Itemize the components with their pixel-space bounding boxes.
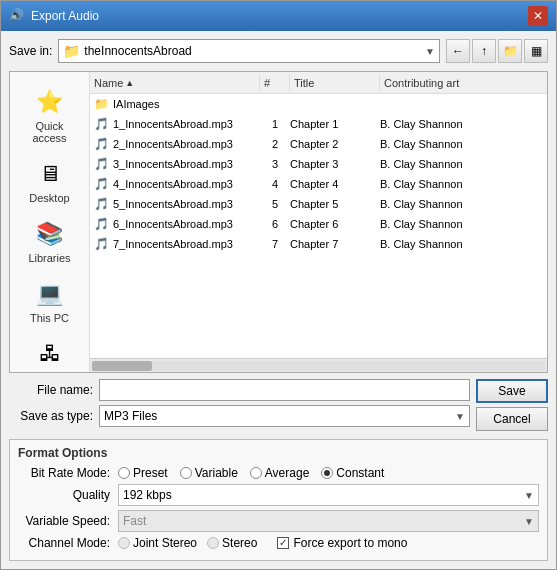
- channel-radio-group: Joint Stereo Stereo Force export to mono: [118, 536, 407, 550]
- radio-variable[interactable]: Variable: [180, 466, 238, 480]
- column-header-title[interactable]: Title: [290, 74, 380, 91]
- file-title: Chapter 5: [290, 198, 380, 210]
- back-button[interactable]: ←: [446, 39, 470, 63]
- radio-average[interactable]: Average: [250, 466, 309, 480]
- force-mono-checkbox[interactable]: [277, 537, 289, 549]
- save-in-combo[interactable]: 📁 theInnocentsAbroad ▼: [58, 39, 440, 63]
- window-icon: 🔊: [9, 8, 25, 24]
- variable-speed-label: Variable Speed:: [18, 514, 118, 528]
- file-num: 3: [260, 158, 290, 170]
- radio-average-label: Average: [265, 466, 309, 480]
- radio-stereo-label: Stereo: [222, 536, 257, 550]
- close-button[interactable]: ✕: [528, 6, 548, 26]
- desktop-label: Desktop: [29, 192, 69, 204]
- bit-rate-row: Bit Rate Mode: Preset Variable Average: [18, 466, 539, 480]
- view-button[interactable]: ▦: [524, 39, 548, 63]
- horizontal-scrollbar[interactable]: [90, 358, 547, 372]
- bit-rate-label: Bit Rate Mode:: [18, 466, 118, 480]
- new-folder-button[interactable]: 📁: [498, 39, 522, 63]
- channel-mode-label: Channel Mode:: [18, 536, 118, 550]
- chevron-down-icon: ▼: [455, 411, 465, 422]
- sidebar-item-this-pc[interactable]: 💻 This PC: [14, 272, 86, 330]
- radio-variable-label: Variable: [195, 466, 238, 480]
- variable-speed-row: Variable Speed: Fast ▼: [18, 510, 539, 532]
- file-num: 7: [260, 238, 290, 250]
- up-button[interactable]: ↑: [472, 39, 496, 63]
- file-table-header: Name ▲ # Title Contributing art: [90, 72, 547, 94]
- action-buttons: Save Cancel: [476, 379, 548, 431]
- file-name: 3_InnocentsAbroad.mp3: [113, 158, 233, 170]
- list-item[interactable]: 🎵 7_InnocentsAbroad.mp3 7 Chapter 7 B. C…: [90, 234, 547, 254]
- list-item[interactable]: 📁 IAImages: [90, 94, 547, 114]
- radio-preset-label: Preset: [133, 466, 168, 480]
- mp3-icon: 🎵: [94, 217, 109, 231]
- list-item[interactable]: 🎵 1_InnocentsAbroad.mp3 1 Chapter 1 B. C…: [90, 114, 547, 134]
- file-name: 6_InnocentsAbroad.mp3: [113, 218, 233, 230]
- mp3-icon: 🎵: [94, 137, 109, 151]
- left-panel: ⭐ Quick access 🖥 Desktop 📚 Libraries 💻 T…: [10, 72, 90, 372]
- scrollbar-thumb[interactable]: [92, 361, 152, 371]
- save-in-label: Save in:: [9, 44, 52, 58]
- chevron-down-icon: ▼: [425, 46, 435, 57]
- list-item[interactable]: 🎵 3_InnocentsAbroad.mp3 3 Chapter 3 B. C…: [90, 154, 547, 174]
- cancel-button[interactable]: Cancel: [476, 407, 548, 431]
- file-name-input[interactable]: [99, 379, 470, 401]
- main-area: ⭐ Quick access 🖥 Desktop 📚 Libraries 💻 T…: [9, 71, 548, 373]
- mp3-icon: 🎵: [94, 197, 109, 211]
- sidebar-item-libraries[interactable]: 📚 Libraries: [14, 212, 86, 270]
- title-bar: 🔊 Export Audio ✕: [1, 1, 556, 31]
- radio-preset[interactable]: Preset: [118, 466, 168, 480]
- quality-combo[interactable]: 192 kbps ▼: [118, 484, 539, 506]
- sort-arrow: ▲: [125, 78, 134, 88]
- file-title: Chapter 3: [290, 158, 380, 170]
- this-pc-icon: 💻: [34, 278, 66, 310]
- mp3-icon: 🎵: [94, 117, 109, 131]
- list-item[interactable]: 🎵 4_InnocentsAbroad.mp3 4 Chapter 4 B. C…: [90, 174, 547, 194]
- force-mono-label: Force export to mono: [293, 536, 407, 550]
- file-title: Chapter 6: [290, 218, 380, 230]
- file-contrib: B. Clay Shannon: [380, 158, 547, 170]
- save-as-type-value: MP3 Files: [104, 409, 157, 423]
- radio-constant[interactable]: Constant: [321, 466, 384, 480]
- column-header-num[interactable]: #: [260, 74, 290, 91]
- file-num: 6: [260, 218, 290, 230]
- list-item[interactable]: 🎵 2_InnocentsAbroad.mp3 2 Chapter 2 B. C…: [90, 134, 547, 154]
- channel-mode-row: Channel Mode: Joint Stereo Stereo Force …: [18, 536, 539, 550]
- column-header-contrib[interactable]: Contributing art: [380, 74, 547, 91]
- force-mono-checkbox-item[interactable]: Force export to mono: [277, 536, 407, 550]
- radio-circle-variable: [180, 467, 192, 479]
- export-audio-window: 🔊 Export Audio ✕ Save in: 📁 theInnocents…: [0, 0, 557, 570]
- save-in-folder-name: theInnocentsAbroad: [84, 44, 425, 58]
- radio-circle-average: [250, 467, 262, 479]
- radio-circle-stereo: [207, 537, 219, 549]
- toolbar-buttons: ← ↑ 📁 ▦: [446, 39, 548, 63]
- sidebar-item-quick-access[interactable]: ⭐ Quick access: [14, 80, 86, 150]
- file-num: 5: [260, 198, 290, 210]
- radio-circle-joint-stereo: [118, 537, 130, 549]
- sidebar-item-desktop[interactable]: 🖥 Desktop: [14, 152, 86, 210]
- save-as-type-row: Save as type: MP3 Files ▼: [9, 405, 470, 427]
- quick-access-label: Quick access: [18, 120, 82, 144]
- radio-joint-stereo[interactable]: Joint Stereo: [118, 536, 197, 550]
- save-button[interactable]: Save: [476, 379, 548, 403]
- folder-icon: 📁: [94, 97, 109, 111]
- file-name-row: File name:: [9, 379, 470, 401]
- folder-icon: 📁: [63, 43, 80, 59]
- file-panel: Name ▲ # Title Contributing art 📁 IAImag…: [90, 72, 547, 372]
- file-num: 2: [260, 138, 290, 150]
- radio-joint-stereo-label: Joint Stereo: [133, 536, 197, 550]
- file-contrib: B. Clay Shannon: [380, 118, 547, 130]
- save-as-type-combo[interactable]: MP3 Files ▼: [99, 405, 470, 427]
- save-in-row: Save in: 📁 theInnocentsAbroad ▼ ← ↑ 📁 ▦: [9, 39, 548, 63]
- desktop-icon: 🖥: [34, 158, 66, 190]
- format-options-title: Format Options: [18, 446, 539, 460]
- variable-speed-value: Fast: [123, 514, 146, 528]
- list-item[interactable]: 🎵 5_InnocentsAbroad.mp3 5 Chapter 5 B. C…: [90, 194, 547, 214]
- sidebar-item-network[interactable]: 🖧 Network: [14, 332, 86, 372]
- radio-stereo[interactable]: Stereo: [207, 536, 257, 550]
- scrollbar-track: [92, 361, 545, 371]
- file-name: IAImages: [113, 98, 159, 110]
- list-item[interactable]: 🎵 6_InnocentsAbroad.mp3 6 Chapter 6 B. C…: [90, 214, 547, 234]
- window-body: Save in: 📁 theInnocentsAbroad ▼ ← ↑ 📁 ▦ …: [1, 31, 556, 569]
- column-header-name[interactable]: Name ▲: [90, 74, 260, 91]
